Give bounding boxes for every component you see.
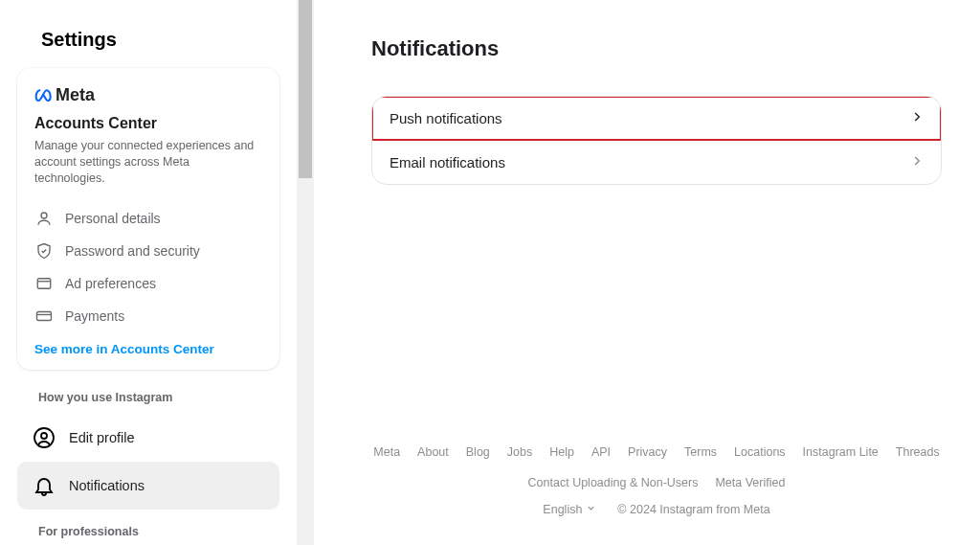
shield-icon: [34, 241, 54, 261]
accounts-item-label: Personal details: [65, 211, 161, 226]
card-icon: [34, 307, 54, 326]
accounts-item-payments[interactable]: Payments: [34, 300, 262, 332]
settings-title: Settings: [41, 29, 279, 51]
ad-icon: [34, 274, 54, 293]
bell-icon: [33, 474, 56, 497]
notifications-card: Push notifications Email notifications: [371, 96, 942, 185]
language-label: English: [543, 503, 582, 516]
option-label: Email notifications: [390, 154, 505, 170]
accounts-item-personal-details[interactable]: Personal details: [34, 202, 262, 235]
meta-logo-icon: [34, 86, 54, 105]
footer-link[interactable]: Terms: [684, 445, 717, 459]
main-content: Notifications Push notifications Email n…: [297, 0, 980, 545]
language-selector[interactable]: English: [543, 503, 596, 516]
accounts-item-label: Payments: [65, 308, 124, 324]
accounts-item-label: Password and security: [65, 243, 200, 259]
footer-link[interactable]: About: [417, 445, 449, 459]
footer-link[interactable]: Instagram Lite: [803, 445, 879, 459]
svg-point-3: [34, 428, 54, 447]
footer-link[interactable]: Meta: [373, 445, 400, 459]
footer-link[interactable]: Contact Uploading & Non-Users: [528, 476, 699, 489]
nav-item-label: Notifications: [69, 478, 145, 493]
profile-circle-icon: [33, 426, 56, 449]
settings-sidebar: Settings Meta Accounts Center Manage you…: [0, 0, 297, 545]
meta-brand: Meta: [34, 85, 262, 105]
footer-link[interactable]: Privacy: [628, 445, 667, 459]
nav-edit-profile[interactable]: Edit profile: [17, 414, 279, 462]
option-email-notifications[interactable]: Email notifications: [372, 141, 941, 184]
footer-link[interactable]: Blog: [466, 445, 490, 459]
accounts-item-ad-preferences[interactable]: Ad preferences: [34, 267, 262, 300]
option-push-notifications[interactable]: Push notifications: [371, 96, 942, 141]
chevron-down-icon: [586, 503, 596, 516]
svg-point-0: [41, 213, 47, 218]
footer-link[interactable]: Meta Verified: [715, 476, 785, 489]
footer: Meta About Blog Jobs Help API Privacy Te…: [371, 445, 942, 545]
accounts-item-password-security[interactable]: Password and security: [34, 235, 262, 267]
copyright-text: © 2024 Instagram from Meta: [617, 503, 769, 516]
svg-rect-2: [37, 311, 52, 320]
footer-link[interactable]: Jobs: [507, 445, 532, 459]
chevron-right-icon: [910, 154, 924, 170]
footer-link[interactable]: Threads: [896, 445, 940, 459]
footer-links: Meta About Blog Jobs Help API Privacy Te…: [371, 445, 942, 489]
footer-link[interactable]: Help: [549, 445, 574, 459]
page-title: Notifications: [371, 36, 942, 61]
option-label: Push notifications: [390, 110, 502, 126]
accounts-item-label: Ad preferences: [65, 276, 156, 291]
section-for-professionals: For professionals: [38, 525, 279, 538]
chevron-right-icon: [910, 110, 924, 126]
person-icon: [34, 209, 54, 228]
meta-brand-text: Meta: [56, 85, 95, 105]
accounts-center-heading: Accounts Center: [34, 115, 262, 132]
see-more-accounts-center[interactable]: See more in Accounts Center: [34, 342, 262, 356]
nav-notifications[interactable]: Notifications: [17, 462, 279, 510]
footer-link[interactable]: API: [591, 445, 611, 459]
svg-rect-1: [37, 278, 51, 288]
footer-link[interactable]: Locations: [734, 445, 786, 459]
nav-item-label: Edit profile: [69, 430, 135, 445]
section-how-you-use-instagram: How you use Instagram: [38, 391, 279, 404]
svg-point-4: [41, 433, 47, 439]
accounts-center-description: Manage your connected experiences and ac…: [34, 138, 262, 187]
accounts-center-card: Meta Accounts Center Manage your connect…: [17, 68, 279, 370]
